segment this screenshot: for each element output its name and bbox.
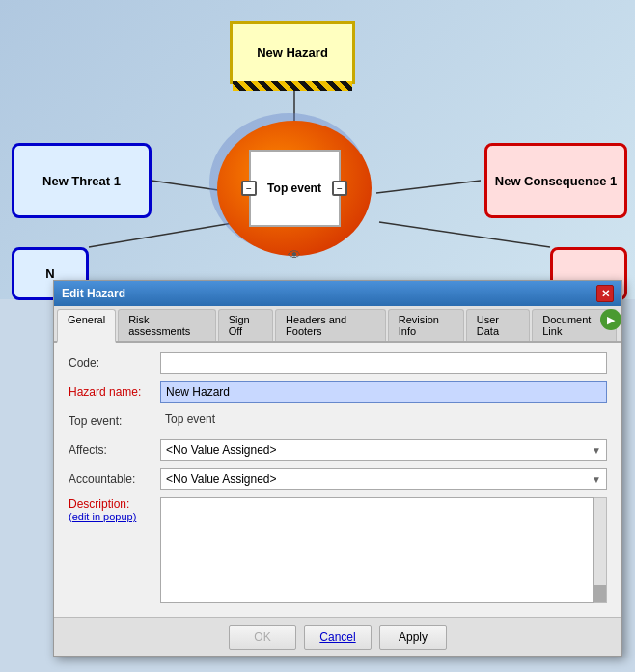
eye-icon: 👁 — [288, 247, 301, 263]
hazard-node[interactable]: New Hazard — [230, 21, 355, 84]
code-label: Code: — [69, 356, 160, 370]
accountable-label: Accountable: — [69, 472, 160, 486]
hazard-name-input[interactable] — [160, 381, 607, 403]
top-event-inner-box: Top event — [249, 150, 341, 227]
description-scroll-thumb — [594, 585, 606, 602]
code-row: Code: — [69, 352, 607, 374]
hazard-name-label: Hazard name: — [69, 385, 160, 399]
apply-button[interactable]: Apply — [379, 625, 447, 650]
description-area: Description: (edit in popup) — [69, 497, 607, 603]
accountable-value: <No Value Assigned> — [166, 472, 277, 486]
diagram-area: New Hazard Top event − − 👁 New Threat 1 … — [0, 0, 635, 299]
tab-sign-off[interactable]: Sign Off — [218, 309, 273, 341]
ok-button[interactable]: OK — [229, 625, 296, 650]
affects-row: Affects: <No Value Assigned> ▼ — [69, 439, 607, 461]
tab-general[interactable]: General — [57, 309, 116, 343]
description-edit-link[interactable]: (edit in popup) — [69, 511, 160, 522]
accountable-dropdown-arrow: ▼ — [592, 474, 601, 485]
top-event-container[interactable]: Top event − − 👁 — [212, 116, 376, 261]
dialog-titlebar: Edit Hazard ✕ — [54, 281, 621, 306]
tab-revision-info[interactable]: Revision Info — [388, 309, 464, 341]
hazard-name-row: Hazard name: — [69, 381, 607, 403]
affects-select[interactable]: <No Value Assigned> ▼ — [160, 439, 607, 461]
tab-user-data[interactable]: User Data — [466, 309, 530, 341]
top-event-row: Top event: Top event — [69, 410, 607, 432]
dialog-footer: OK Cancel Apply — [54, 617, 621, 656]
dialog-tabs-bar: General Risk assessments Sign Off Header… — [54, 306, 621, 343]
dialog-title: Edit Hazard — [62, 287, 125, 300]
dialog-form: Code: Hazard name: Top event: Top event … — [54, 343, 621, 618]
code-input[interactable] — [160, 352, 607, 374]
top-event-form-label: Top event: — [69, 414, 160, 428]
tab-scroll-button[interactable]: ▶ — [600, 309, 621, 330]
tab-risk-assessments[interactable]: Risk assessments — [118, 309, 215, 341]
affects-dropdown-arrow: ▼ — [592, 445, 601, 456]
hazard-label: New Hazard — [257, 45, 328, 60]
description-scrollbar[interactable] — [594, 497, 607, 603]
threat-label-2: N — [45, 266, 54, 281]
top-event-value: Top event — [160, 410, 607, 432]
svg-line-2 — [376, 181, 481, 193]
threat-label: New Threat 1 — [42, 174, 121, 188]
description-label-col: Description: (edit in popup) — [69, 497, 160, 603]
top-event-label: Top event — [267, 182, 321, 195]
threat-node[interactable]: New Threat 1 — [12, 143, 152, 218]
dialog-close-button[interactable]: ✕ — [596, 285, 614, 302]
accountable-row: Accountable: <No Value Assigned> ▼ — [69, 468, 607, 490]
consequence-label: New Consequence 1 — [495, 174, 617, 188]
affects-value: <No Value Assigned> — [166, 443, 277, 457]
description-textarea[interactable] — [160, 497, 594, 603]
description-label: Description: — [69, 497, 160, 511]
connector-left-icon[interactable]: − — [241, 181, 257, 196]
svg-line-4 — [379, 222, 550, 247]
consequence-node[interactable]: New Consequence 1 — [484, 143, 627, 218]
connector-right-icon[interactable]: − — [332, 181, 347, 196]
edit-hazard-dialog: Edit Hazard ✕ General Risk assessments S… — [53, 280, 622, 657]
accountable-select[interactable]: <No Value Assigned> ▼ — [160, 468, 607, 490]
affects-label: Affects: — [69, 443, 160, 457]
cancel-button[interactable]: Cancel — [304, 625, 372, 650]
tab-headers-footers[interactable]: Headers and Footers — [275, 309, 386, 341]
